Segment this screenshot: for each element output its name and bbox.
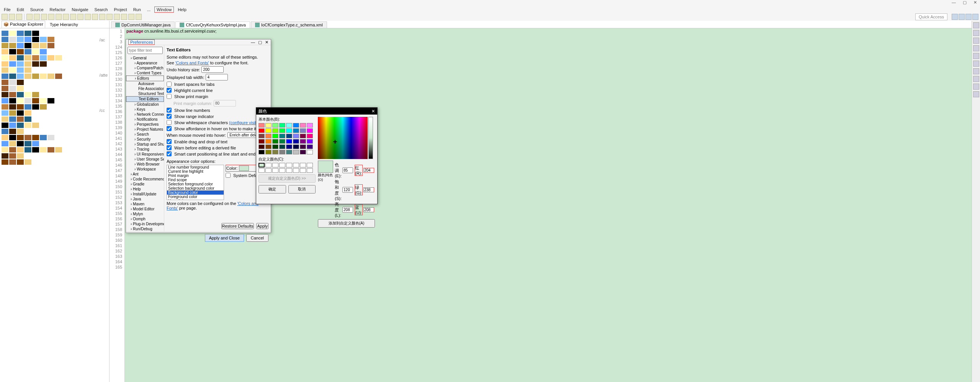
- tree-item[interactable]: [40, 135, 47, 140]
- toolbar-button[interactable]: [34, 14, 40, 20]
- line-numbers-checkbox[interactable]: [167, 108, 172, 113]
- dialog-minimize-icon[interactable]: —: [251, 40, 255, 45]
- color-swatch-button[interactable]: [239, 166, 249, 171]
- tree-item[interactable]: [25, 43, 31, 48]
- tree-item[interactable]: [17, 153, 24, 159]
- menu-item-source[interactable]: Source: [28, 7, 46, 13]
- basic-color-swatch[interactable]: [300, 144, 306, 149]
- tree-item[interactable]: [47, 147, 54, 152]
- right-toolbar-button[interactable]: [973, 76, 979, 82]
- tree-item[interactable]: [2, 110, 8, 116]
- tree-item[interactable]: [40, 74, 47, 79]
- basic-color-swatch[interactable]: [265, 134, 272, 138]
- perspective-button[interactable]: [959, 14, 965, 20]
- right-toolbar-button[interactable]: [973, 53, 979, 59]
- menu-item-help[interactable]: Help: [175, 7, 189, 13]
- menu-item-refactor[interactable]: Refactor: [47, 7, 68, 13]
- basic-color-swatch[interactable]: [258, 150, 265, 154]
- custom-color-swatch[interactable]: [300, 163, 306, 167]
- toolbar-button[interactable]: [106, 14, 113, 20]
- nav-item[interactable]: › Globalization: [126, 102, 164, 107]
- basic-color-swatch[interactable]: [307, 128, 313, 133]
- basic-color-swatch[interactable]: [300, 150, 306, 154]
- menu-item-window[interactable]: Window: [154, 7, 174, 13]
- tree-item[interactable]: [32, 74, 39, 79]
- tree-item[interactable]: [25, 104, 31, 110]
- tree-item[interactable]: [2, 147, 8, 152]
- right-toolbar-button[interactable]: [973, 61, 979, 67]
- basic-color-swatch[interactable]: [265, 128, 272, 133]
- tree-item[interactable]: [9, 67, 16, 73]
- tree-item[interactable]: [2, 55, 8, 61]
- tree-item[interactable]: [47, 55, 54, 61]
- tree-item[interactable]: [2, 43, 8, 48]
- color-option[interactable]: Hyperlink: [167, 199, 224, 200]
- basic-color-swatch[interactable]: [265, 150, 272, 154]
- tree-item[interactable]: [2, 141, 8, 146]
- custom-color-swatch[interactable]: [286, 168, 292, 173]
- custom-color-swatch[interactable]: [272, 163, 278, 167]
- tree-item[interactable]: [9, 116, 16, 122]
- tree-item[interactable]: [25, 67, 31, 73]
- tab-package-explorer[interactable]: 📦 Package Explorer: [2, 21, 45, 28]
- tree-item[interactable]: [25, 55, 31, 61]
- tree-item[interactable]: [17, 74, 24, 79]
- tree-item[interactable]: [32, 123, 39, 128]
- basic-color-swatch[interactable]: [286, 134, 292, 138]
- nav-item[interactable]: Structured Text: [126, 91, 164, 96]
- color-option[interactable]: Find scope: [167, 178, 224, 182]
- tab-type-hierarchy[interactable]: Type Hierarchy: [48, 21, 80, 28]
- tree-item[interactable]: [9, 80, 16, 85]
- tree-item[interactable]: [17, 147, 24, 152]
- tree-item[interactable]: [25, 116, 31, 122]
- tree-item[interactable]: [2, 86, 8, 91]
- basic-color-swatch[interactable]: [279, 150, 285, 154]
- right-toolbar-button[interactable]: [973, 30, 979, 36]
- tree-item[interactable]: [2, 61, 8, 67]
- tree-item[interactable]: [17, 43, 24, 48]
- color-option[interactable]: Line number foreground: [167, 165, 224, 169]
- tree-item[interactable]: [9, 153, 16, 159]
- tree-item[interactable]: [17, 55, 24, 61]
- tree-item[interactable]: [9, 61, 16, 67]
- basic-color-swatch[interactable]: [286, 123, 292, 128]
- custom-color-swatch[interactable]: [300, 168, 306, 173]
- nav-item[interactable]: › Tracing: [126, 147, 164, 152]
- tree-item[interactable]: [9, 104, 16, 110]
- nav-item[interactable]: › Run/Debug: [126, 226, 164, 231]
- quick-access-field[interactable]: Quick Access: [915, 13, 947, 20]
- tree-item[interactable]: [17, 135, 24, 140]
- tree-item[interactable]: [47, 74, 54, 79]
- luminance-slider[interactable]: [368, 117, 373, 159]
- nav-item[interactable]: › Code Recommenders: [126, 177, 164, 182]
- tree-item[interactable]: [32, 31, 39, 36]
- custom-color-swatch[interactable]: [293, 168, 299, 173]
- tree-item[interactable]: [2, 37, 8, 42]
- sat-input[interactable]: [342, 187, 353, 193]
- nav-item[interactable]: › Plug-in Development: [126, 221, 164, 226]
- whitespace-checkbox[interactable]: [167, 120, 172, 125]
- color-option[interactable]: Print margin: [167, 174, 224, 178]
- toolbar-button[interactable]: [77, 14, 83, 20]
- basic-color-swatch[interactable]: [307, 144, 313, 149]
- tree-item[interactable]: [2, 116, 8, 122]
- menu-item-run[interactable]: Run: [131, 7, 143, 13]
- toolbar-button[interactable]: [16, 14, 22, 20]
- color-gradient[interactable]: [318, 117, 368, 159]
- toolbar-button[interactable]: [48, 14, 54, 20]
- basic-color-swatch[interactable]: [300, 128, 306, 133]
- tree-item[interactable]: [25, 141, 31, 146]
- tree-item[interactable]: [9, 123, 16, 128]
- custom-color-swatch[interactable]: [286, 163, 292, 167]
- nav-item[interactable]: › Perspectives: [126, 122, 164, 127]
- nav-item[interactable]: › Maven: [126, 202, 164, 207]
- color-option[interactable]: Selection foreground color: [167, 182, 224, 186]
- range-indicator-checkbox[interactable]: [167, 114, 172, 119]
- cancel-button[interactable]: Cancel: [246, 234, 268, 242]
- tree-item[interactable]: [25, 135, 31, 140]
- tree-item[interactable]: [32, 49, 39, 54]
- tree-item[interactable]: [40, 104, 47, 110]
- basic-color-swatch[interactable]: [279, 123, 285, 128]
- blue-input[interactable]: [363, 207, 374, 212]
- tree-item[interactable]: [32, 37, 39, 42]
